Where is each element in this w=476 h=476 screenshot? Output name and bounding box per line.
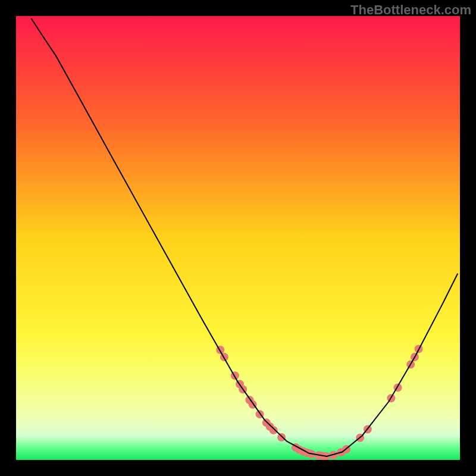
data-point	[270, 426, 278, 434]
watermark-text: TheBottleneck.com	[350, 2, 471, 18]
chart-container: TheBottleneck.com	[0, 0, 476, 476]
bottleneck-chart	[0, 0, 476, 476]
data-point	[277, 433, 286, 441]
